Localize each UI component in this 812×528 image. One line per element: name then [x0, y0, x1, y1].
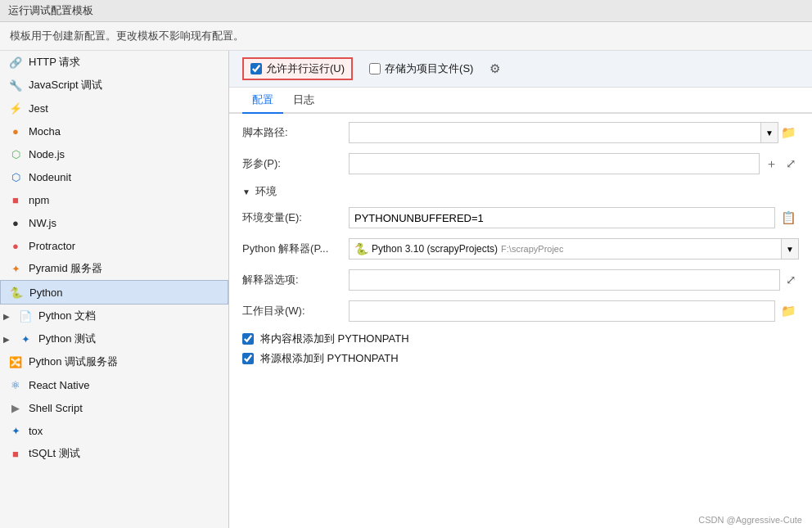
- interpreter-options-label: 解释器选项:: [242, 273, 349, 287]
- sidebar-icon-http: 🔗: [8, 55, 23, 70]
- subtitle-bar: 模板用于创建新配置。更改模板不影响现有配置。: [0, 22, 812, 51]
- sidebar-label-jest: Jest: [29, 102, 48, 115]
- sidebar-item-nodejs[interactable]: ⬡Node.js: [0, 142, 228, 165]
- env-vars-input-wrap: 📋: [349, 207, 799, 228]
- script-path-folder-btn[interactable]: 📁: [778, 125, 799, 140]
- sidebar-label-python: Python: [29, 287, 62, 299]
- params-expand-btn[interactable]: ⤢: [783, 156, 799, 171]
- sidebar-item-mocha[interactable]: ●Mocha: [0, 120, 228, 142]
- params-input[interactable]: [349, 153, 760, 174]
- script-path-row: 脚本路径: ▼ 📁: [242, 122, 799, 143]
- sidebar-icon-python-test: ✦: [18, 332, 33, 346]
- sidebar-icon-pyramid: ✦: [8, 261, 23, 276]
- script-path-dropdown-btn[interactable]: ▼: [761, 122, 778, 143]
- sidebar-icon-python: 🐍: [9, 285, 24, 300]
- params-row: 形参(P): ＋ ⤢: [242, 153, 799, 174]
- sidebar-label-http: HTTP 请求: [29, 55, 80, 70]
- interpreter-label: Python 解释器(P...: [242, 241, 349, 256]
- sidebar-item-python-doc[interactable]: ▶📄Python 文档: [0, 305, 228, 327]
- sidebar-icon-python-doc: 📄: [18, 309, 33, 323]
- save-project-file-label[interactable]: 存储为项目文件(S): [369, 61, 473, 76]
- working-dir-folder-btn[interactable]: 📁: [778, 304, 799, 318]
- interpreter-row: Python 解释器(P... 🐍 Python 3.10 (scrapyPro…: [242, 238, 799, 259]
- sidebar-label-react-native: React Native: [29, 379, 89, 391]
- form-area: 脚本路径: ▼ 📁 形参(P): ＋ ⤢: [229, 114, 812, 528]
- sidebar-item-tsqlt[interactable]: ■tSQLt 测试: [0, 442, 228, 465]
- sidebar-icon-protractor: ●: [8, 238, 23, 253]
- main-layout: 🔗HTTP 请求🔧JavaScript 调试⚡Jest●Mocha⬡Node.j…: [0, 51, 812, 528]
- interpreter-path-text: F:\scrapyProjec: [501, 244, 563, 254]
- sidebar-item-react-native[interactable]: ⚛React Native: [0, 373, 228, 396]
- sidebar-item-nodeunit[interactable]: ⬡Nodeunit: [0, 165, 228, 188]
- interpreter-display[interactable]: 🐍 Python 3.10 (scrapyProjects) F:\scrapy…: [349, 238, 782, 259]
- pythonpath-label-2: 将源根添加到 PYTHONPATH: [260, 351, 399, 366]
- params-input-wrap: ＋ ⤢: [349, 153, 799, 174]
- env-vars-label: 环境变量(E):: [242, 210, 349, 225]
- python-icon: 🐍: [354, 242, 368, 255]
- sidebar-item-python-debug-server[interactable]: 🔀Python 调试服务器: [0, 350, 228, 373]
- working-dir-label: 工作目录(W):: [242, 304, 349, 318]
- top-bar-title: 运行调试配置模板: [8, 4, 93, 16]
- interpreter-options-row: 解释器选项: ⤢: [242, 269, 799, 291]
- parallel-run-checkbox-label[interactable]: 允许并行运行(U): [242, 57, 353, 80]
- interpreter-dropdown-btn[interactable]: ▼: [782, 238, 799, 259]
- sidebar-item-npm[interactable]: ■npm: [0, 188, 228, 211]
- pythonpath-checkbox-2[interactable]: [242, 353, 254, 364]
- tab-log[interactable]: 日志: [283, 88, 324, 114]
- sidebar-label-protractor: Protractor: [29, 240, 75, 252]
- sidebar-icon-nodejs: ⬡: [8, 147, 23, 161]
- sidebar-label-nwjs: NW.js: [29, 217, 56, 229]
- params-add-btn[interactable]: ＋: [763, 156, 780, 172]
- script-path-label: 脚本路径:: [242, 125, 349, 140]
- save-project-file-checkbox[interactable]: [369, 63, 381, 74]
- parallel-run-label: 允许并行运行(U): [266, 61, 345, 76]
- sidebar-item-nwjs[interactable]: ●NW.js: [0, 211, 228, 234]
- sidebar-label-mocha: Mocha: [29, 125, 61, 138]
- interpreter-options-input-wrap: ⤢: [349, 269, 799, 291]
- sidebar-icon-nwjs: ●: [8, 215, 23, 230]
- pythonpath-row-1: 将内容根添加到 PYTHONPATH: [242, 332, 799, 346]
- params-label: 形参(P):: [242, 156, 349, 171]
- save-project-file-text: 存储为项目文件(S): [385, 61, 473, 76]
- env-vars-row: 环境变量(E): 📋: [242, 207, 799, 228]
- sidebar-label-nodeunit: Nodeunit: [29, 171, 71, 183]
- interpreter-options-expand-btn[interactable]: ⤢: [783, 273, 799, 287]
- sidebar-label-tox: tox: [29, 425, 43, 437]
- top-bar: 运行调试配置模板: [0, 0, 812, 22]
- interpreter-options-input[interactable]: [349, 269, 780, 291]
- sidebar-item-http[interactable]: 🔗HTTP 请求: [0, 51, 228, 74]
- sidebar-label-nodejs: Node.js: [29, 148, 65, 160]
- env-vars-input[interactable]: [349, 207, 775, 228]
- sidebar-arrow-python-test: ▶: [3, 335, 10, 344]
- sidebar-icon-python-debug-server: 🔀: [8, 354, 23, 369]
- settings-gear-button[interactable]: ⚙: [489, 61, 500, 76]
- env-section-arrow[interactable]: ▼: [242, 187, 250, 196]
- sidebar-item-shell-script[interactable]: ▶Shell Script: [0, 396, 228, 419]
- interpreter-input-wrap: 🐍 Python 3.10 (scrapyProjects) F:\scrapy…: [349, 238, 799, 259]
- sidebar-label-python-test: Python 测试: [38, 332, 96, 346]
- parallel-run-checkbox[interactable]: [250, 63, 262, 74]
- tab-config[interactable]: 配置: [242, 88, 283, 114]
- script-path-input[interactable]: [349, 122, 761, 143]
- watermark: CSDN @Aggressive-Cute: [698, 515, 802, 525]
- subtitle-text: 模板用于创建新配置。更改模板不影响现有配置。: [10, 29, 244, 42]
- env-section-header: ▼ 环境: [242, 184, 799, 199]
- sidebar-icon-jest: ⚡: [8, 101, 23, 115]
- sidebar-item-pyramid[interactable]: ✦Pyramid 服务器: [0, 257, 228, 280]
- content-wrapper: 脚本路径: ▼ 📁 形参(P): ＋ ⤢: [229, 114, 812, 528]
- working-dir-row: 工作目录(W): 📁: [242, 300, 799, 322]
- sidebar-item-python-test[interactable]: ▶✦Python 测试: [0, 327, 228, 350]
- sidebar-label-shell-script: Shell Script: [29, 402, 83, 414]
- sidebar-item-python[interactable]: 🐍Python: [0, 280, 228, 305]
- working-dir-input[interactable]: [349, 300, 775, 322]
- sidebar-item-jest[interactable]: ⚡Jest: [0, 97, 228, 120]
- env-vars-edit-btn[interactable]: 📋: [778, 210, 799, 225]
- env-section-label: 环境: [255, 184, 277, 199]
- pythonpath-checkbox-1[interactable]: [242, 333, 254, 345]
- sidebar-icon-js-debug: 🔧: [8, 78, 23, 93]
- sidebar-item-tox[interactable]: ✦tox: [0, 419, 228, 442]
- sidebar-item-js-debug[interactable]: 🔧JavaScript 调试: [0, 74, 228, 97]
- sidebar-label-python-doc: Python 文档: [38, 309, 96, 323]
- sidebar-item-protractor[interactable]: ●Protractor: [0, 234, 228, 257]
- pythonpath-row-2: 将源根添加到 PYTHONPATH: [242, 351, 799, 366]
